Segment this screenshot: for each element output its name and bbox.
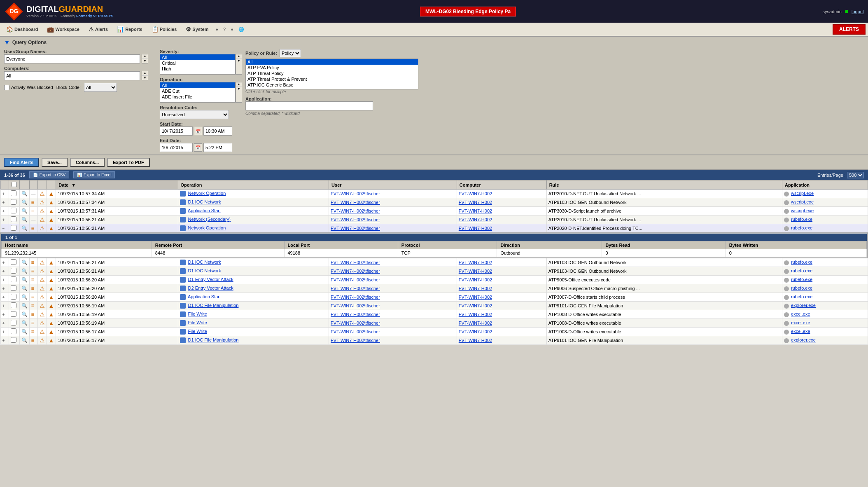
severity-critical[interactable]: Critical: [160, 60, 235, 66]
row-expand-12[interactable]: +: [2, 312, 5, 317]
th-date[interactable]: Date ▼: [56, 180, 178, 190]
row-checkbox-10[interactable]: [11, 294, 16, 300]
row-user-7[interactable]: FVT-WIN7-H002\tfischer: [331, 269, 380, 274]
end-date-input[interactable]: [160, 143, 193, 152]
row-search-icon-10[interactable]: 🔍: [21, 294, 28, 300]
row-user-10[interactable]: FVT-WIN7-H002\tfischer: [331, 295, 380, 300]
row-user-9[interactable]: FVT-WIN7-H002\tfischer: [331, 286, 380, 291]
start-date-calendar[interactable]: 📅: [194, 127, 202, 135]
row-expand-13[interactable]: +: [2, 321, 5, 325]
row-search-icon-15[interactable]: 🔍: [21, 337, 28, 343]
row-app-1[interactable]: wscript.exe: [791, 191, 814, 196]
logout-link[interactable]: logout: [852, 9, 864, 14]
operation-listbox[interactable]: All ADE Cut ADE Insert File: [160, 82, 236, 103]
row-app-11[interactable]: explorer.exe: [791, 303, 816, 308]
columns-button[interactable]: Columns...: [70, 158, 105, 167]
end-time-input[interactable]: [203, 143, 232, 152]
row-op-link-7[interactable]: D1 IOC Network: [188, 268, 221, 273]
nav-reports[interactable]: 📊 Reports: [113, 24, 146, 34]
row-op-link-1[interactable]: Network Operation: [188, 191, 226, 196]
row-op-link-8[interactable]: D1 Entry Vector Attack: [188, 277, 233, 282]
row-search-icon-8[interactable]: 🔍: [21, 277, 28, 283]
row-checkbox-12[interactable]: [11, 311, 16, 317]
policy-rule-type-select[interactable]: Policy Rule: [280, 49, 301, 57]
policy-threat-protect[interactable]: ATP Threat Protect & Prevent: [246, 76, 418, 82]
row-checkbox-2[interactable]: [11, 199, 16, 205]
th-user[interactable]: User: [329, 180, 457, 190]
row-user-13[interactable]: FVT-WIN7-H002\tfischer: [331, 321, 380, 325]
row-user-5[interactable]: FVT-WIN7-H002\tfischer: [331, 226, 380, 231]
severity-all[interactable]: All: [160, 54, 235, 60]
row-op-link-12[interactable]: File Write: [188, 311, 207, 316]
row-expand-8[interactable]: +: [2, 278, 5, 282]
row-computer-7[interactable]: FVT-WIN7-H002: [459, 269, 492, 274]
row-computer-11[interactable]: FVT-WIN7-H002: [459, 303, 492, 308]
th-check[interactable]: [9, 180, 19, 190]
row-op-link-4[interactable]: Network (Secondary): [188, 217, 231, 222]
select-all-checkbox[interactable]: [12, 182, 17, 187]
th-computer[interactable]: Computer: [457, 180, 546, 190]
row-search-icon-6[interactable]: 🔍: [21, 260, 28, 265]
operation-all[interactable]: All: [160, 82, 235, 88]
application-input[interactable]: [245, 101, 373, 110]
row-app-13[interactable]: excel.exe: [791, 320, 810, 325]
row-expand-3[interactable]: +: [2, 209, 5, 213]
row-user-2[interactable]: FVT-WIN7-H002\tfischer: [331, 200, 380, 205]
row-expand-14[interactable]: +: [2, 330, 5, 334]
find-alerts-button[interactable]: Find Alerts: [4, 158, 39, 167]
nav-system[interactable]: ⚙ System: [182, 24, 212, 34]
row-app-5[interactable]: rubefo.exe: [791, 225, 812, 230]
policy-eva[interactable]: ATP EVA Policy: [246, 65, 418, 70]
row-app-15[interactable]: explorer.exe: [791, 337, 816, 342]
row-computer-13[interactable]: FVT-WIN7-H002: [459, 321, 492, 325]
resolution-select[interactable]: Unresolved: [160, 110, 229, 119]
row-app-12[interactable]: excel.exe: [791, 311, 810, 316]
row-op-link-13[interactable]: File Write: [188, 320, 207, 325]
nav-alerts[interactable]: ⚠ Alerts: [85, 24, 112, 34]
row-computer-10[interactable]: FVT-WIN7-H002: [459, 295, 492, 300]
operation-ade-cut[interactable]: ADE Cut: [160, 88, 235, 94]
row-op-link-10[interactable]: Application Start: [188, 294, 221, 299]
row-expand-7[interactable]: +: [2, 269, 5, 274]
row-app-4[interactable]: rubefo.exe: [791, 217, 812, 222]
row-search-icon-9[interactable]: 🔍: [21, 286, 28, 291]
entries-select[interactable]: 500 100 250: [847, 172, 864, 178]
query-toggle[interactable]: ▼ Query Options: [4, 39, 864, 46]
row-checkbox-4[interactable]: [11, 216, 16, 222]
row-user-6[interactable]: FVT-WIN7-H002\tfischer: [331, 260, 380, 265]
row-search-icon-12[interactable]: 🔍: [21, 311, 28, 317]
row-checkbox-3[interactable]: [11, 208, 16, 213]
row-expand-10[interactable]: +: [2, 295, 5, 300]
row-op-link-6[interactable]: D1 IOC Network: [188, 260, 221, 265]
row-app-3[interactable]: wscript.exe: [791, 208, 814, 213]
th-rule[interactable]: Rule: [546, 180, 782, 190]
row-op-link-9[interactable]: D2 Entry Vector Attack: [188, 286, 233, 290]
row-checkbox-9[interactable]: [11, 285, 16, 291]
row-user-3[interactable]: FVT-WIN7-H002\tfischer: [331, 208, 380, 213]
row-checkbox-1[interactable]: [11, 190, 16, 196]
row-search-icon-13[interactable]: 🔍: [21, 320, 28, 326]
row-computer-3[interactable]: FVT-WIN7-H002: [459, 208, 492, 213]
row-op-link-2[interactable]: D1 IOC Network: [188, 199, 221, 204]
row-expand-9[interactable]: +: [2, 286, 5, 291]
row-app-9[interactable]: rubefo.exe: [791, 286, 812, 290]
row-expand-5[interactable]: −: [2, 226, 5, 231]
severity-listbox[interactable]: All Critical High: [160, 54, 236, 75]
row-computer-5[interactable]: FVT-WIN7-H002: [459, 226, 492, 231]
row-app-6[interactable]: rubefo.exe: [791, 260, 812, 265]
row-checkbox-8[interactable]: [11, 276, 16, 282]
row-app-7[interactable]: rubefo.exe: [791, 268, 812, 273]
row-user-15[interactable]: FVT-WIN7-H002\tfischer: [331, 338, 380, 343]
operation-ade-insert[interactable]: ADE Insert File: [160, 94, 235, 100]
row-checkbox-13[interactable]: [11, 320, 16, 325]
policy-all[interactable]: All: [246, 59, 418, 65]
row-op-link-5[interactable]: Network Operation: [188, 225, 226, 230]
row-search-icon-4[interactable]: 🔍: [21, 217, 28, 222]
export-excel-button[interactable]: 📊 Export to Excel: [73, 171, 115, 178]
row-computer-8[interactable]: FVT-WIN7-H002: [459, 277, 492, 282]
row-computer-2[interactable]: FVT-WIN7-H002: [459, 200, 492, 205]
end-date-calendar[interactable]: 📅: [194, 143, 202, 152]
row-computer-6[interactable]: FVT-WIN7-H002: [459, 260, 492, 265]
row-app-8[interactable]: rubefo.exe: [791, 277, 812, 282]
row-checkbox-6[interactable]: [11, 259, 16, 265]
